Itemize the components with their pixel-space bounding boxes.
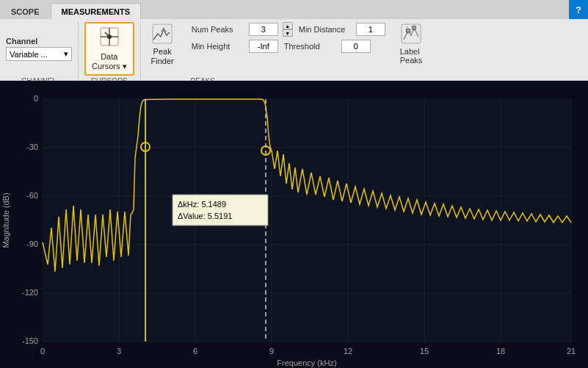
svg-text:Frequency (kHz): Frequency (kHz) <box>277 358 336 367</box>
svg-text:-30: -30 <box>26 142 38 151</box>
num-peaks-input[interactable] <box>249 23 278 36</box>
svg-text:-60: -60 <box>26 191 38 200</box>
svg-text:Magnitude (dB): Magnitude (dB) <box>1 192 10 248</box>
svg-text:6: 6 <box>193 347 197 356</box>
num-peaks-label: Num Peaks <box>192 25 243 34</box>
svg-text:0: 0 <box>40 347 45 356</box>
svg-text:21: 21 <box>567 347 576 356</box>
svg-text:ΔkHz: 5.1489: ΔkHz: 5.1489 <box>178 200 226 209</box>
chevron-down-icon: ▾ <box>64 49 68 59</box>
threshold-input[interactable] <box>341 40 371 53</box>
svg-text:12: 12 <box>344 347 352 356</box>
svg-text:3: 3 <box>117 347 121 356</box>
min-height-label: Min Height <box>192 42 243 51</box>
svg-text:-90: -90 <box>26 239 38 248</box>
data-cursors-label: DataCursors ▾ <box>92 52 127 71</box>
tab-measurements[interactable]: MEASUREMENTS <box>51 3 142 19</box>
svg-text:18: 18 <box>496 347 505 356</box>
svg-text:0: 0 <box>34 94 38 103</box>
label-peaks-icon: 1 <box>401 24 421 47</box>
tab-scope[interactable]: SCOPE <box>0 3 51 19</box>
min-distance-label: Min Distance <box>299 25 350 34</box>
label-peaks-button[interactable]: 1 LabelPeaks <box>396 22 427 66</box>
label-peaks-label: LabelPeaks <box>400 47 423 65</box>
svg-text:-120: -120 <box>22 288 38 297</box>
cursor-icon <box>99 26 120 51</box>
peak-finder-label: Peak Finder <box>151 47 174 66</box>
channel-label: Channel <box>6 37 72 46</box>
peaks-inputs: Num Peaks ▲ ▼ Min Distance Min Height Th… <box>186 22 385 53</box>
num-peaks-spinner[interactable]: ▲ ▼ <box>283 22 293 37</box>
cursors-group: DataCursors ▾ CURSORS <box>84 22 141 85</box>
svg-text:-150: -150 <box>22 336 38 345</box>
chart-svg: 0 -30 -60 -90 -120 -150 0 3 6 9 12 15 18… <box>0 81 588 368</box>
channel-control: Channel Variable ... ▾ <box>6 37 72 61</box>
channel-group: Channel Variable ... ▾ CHANNEL <box>6 22 79 85</box>
chart-area: Magnitude Response ▲ 0 -30 -60 -90 -120 … <box>0 81 588 368</box>
svg-text:9: 9 <box>269 347 274 356</box>
min-height-input[interactable] <box>249 40 278 53</box>
min-distance-input[interactable] <box>356 23 385 36</box>
num-peaks-down[interactable]: ▼ <box>283 29 293 37</box>
svg-text:1: 1 <box>406 26 408 30</box>
num-peaks-up[interactable]: ▲ <box>283 22 293 29</box>
help-button[interactable]: ? <box>569 0 588 19</box>
svg-marker-5 <box>161 27 167 32</box>
channel-select[interactable]: Variable ... ▾ <box>6 47 72 61</box>
peak-finder-icon <box>152 24 173 47</box>
svg-text:ΔValue: 5.5191: ΔValue: 5.5191 <box>178 212 232 220</box>
threshold-label: Threshold <box>284 42 335 51</box>
peak-finder-button[interactable]: Peak Finder <box>147 22 178 68</box>
svg-text:15: 15 <box>420 347 429 356</box>
data-cursors-button[interactable]: DataCursors ▾ <box>84 22 134 76</box>
peaks-group: Peak Finder Num Peaks ▲ ▼ Min Distance <box>147 22 579 85</box>
